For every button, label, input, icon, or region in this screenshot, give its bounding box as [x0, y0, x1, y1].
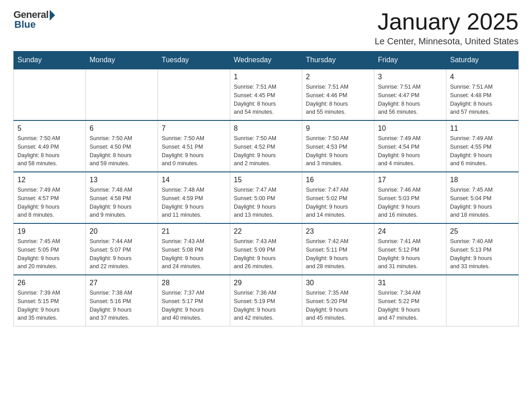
- table-row: 22Sunrise: 7:43 AMSunset: 5:09 PMDayligh…: [230, 223, 302, 275]
- table-row: 29Sunrise: 7:36 AMSunset: 5:19 PMDayligh…: [230, 275, 302, 326]
- day-number: 11: [450, 124, 515, 133]
- day-number: 31: [378, 279, 442, 287]
- table-row: [158, 69, 230, 120]
- day-info: Sunrise: 7:50 AMSunset: 4:50 PMDaylight:…: [90, 134, 154, 168]
- day-number: 14: [162, 176, 226, 184]
- header-tuesday: Tuesday: [158, 51, 230, 69]
- table-row: 11Sunrise: 7:49 AMSunset: 4:55 PMDayligh…: [446, 120, 519, 172]
- day-number: 20: [90, 227, 154, 235]
- logo-blue-text: Blue: [13, 19, 36, 30]
- table-row: [86, 69, 158, 120]
- day-info: Sunrise: 7:49 AMSunset: 4:57 PMDaylight:…: [17, 186, 82, 219]
- header-sunday: Sunday: [14, 51, 86, 69]
- day-info: Sunrise: 7:44 AMSunset: 5:07 PMDaylight:…: [90, 237, 154, 271]
- day-info: Sunrise: 7:45 AMSunset: 5:04 PMDaylight:…: [450, 186, 515, 219]
- day-number: 5: [17, 124, 82, 133]
- day-info: Sunrise: 7:43 AMSunset: 5:08 PMDaylight:…: [162, 237, 226, 271]
- day-number: 29: [234, 279, 298, 287]
- day-info: Sunrise: 7:51 AMSunset: 4:46 PMDaylight:…: [306, 83, 370, 116]
- table-row: 10Sunrise: 7:49 AMSunset: 4:54 PMDayligh…: [374, 120, 446, 172]
- day-number: 25: [450, 227, 515, 235]
- day-number: 28: [162, 279, 226, 287]
- day-info: Sunrise: 7:51 AMSunset: 4:48 PMDaylight:…: [450, 83, 515, 116]
- day-info: Sunrise: 7:50 AMSunset: 4:49 PMDaylight:…: [17, 134, 82, 168]
- table-row: 4Sunrise: 7:51 AMSunset: 4:48 PMDaylight…: [446, 69, 519, 120]
- day-info: Sunrise: 7:45 AMSunset: 5:05 PMDaylight:…: [17, 237, 82, 271]
- day-info: Sunrise: 7:49 AMSunset: 4:54 PMDaylight:…: [378, 134, 442, 168]
- day-number: 12: [17, 176, 82, 184]
- table-row: 9Sunrise: 7:50 AMSunset: 4:53 PMDaylight…: [302, 120, 374, 172]
- calendar-week-row: 26Sunrise: 7:39 AMSunset: 5:15 PMDayligh…: [14, 275, 519, 326]
- day-info: Sunrise: 7:42 AMSunset: 5:11 PMDaylight:…: [306, 237, 370, 271]
- day-number: 4: [450, 73, 515, 81]
- table-row: 27Sunrise: 7:38 AMSunset: 5:16 PMDayligh…: [86, 275, 158, 326]
- day-number: 13: [90, 176, 154, 184]
- day-info: Sunrise: 7:51 AMSunset: 4:45 PMDaylight:…: [234, 83, 298, 116]
- page-header: General Blue January 2025 Le Center, Min…: [13, 9, 519, 47]
- day-info: Sunrise: 7:48 AMSunset: 4:59 PMDaylight:…: [162, 186, 226, 219]
- table-row: 8Sunrise: 7:50 AMSunset: 4:52 PMDaylight…: [230, 120, 302, 172]
- day-number: 1: [234, 73, 298, 81]
- day-number: 19: [17, 227, 82, 235]
- table-row: 1Sunrise: 7:51 AMSunset: 4:45 PMDaylight…: [230, 69, 302, 120]
- logo[interactable]: General Blue: [13, 9, 55, 30]
- table-row: 23Sunrise: 7:42 AMSunset: 5:11 PMDayligh…: [302, 223, 374, 275]
- table-row: 30Sunrise: 7:35 AMSunset: 5:20 PMDayligh…: [302, 275, 374, 326]
- table-row: 5Sunrise: 7:50 AMSunset: 4:49 PMDaylight…: [14, 120, 86, 172]
- day-number: 3: [378, 73, 442, 81]
- day-number: 18: [450, 176, 515, 184]
- day-number: 8: [234, 124, 298, 133]
- day-number: 26: [17, 279, 82, 287]
- day-number: 10: [378, 124, 442, 133]
- day-number: 7: [162, 124, 226, 133]
- day-info: Sunrise: 7:50 AMSunset: 4:53 PMDaylight:…: [306, 134, 370, 168]
- table-row: [14, 69, 86, 120]
- day-number: 23: [306, 227, 370, 235]
- table-row: 13Sunrise: 7:48 AMSunset: 4:58 PMDayligh…: [86, 172, 158, 223]
- day-info: Sunrise: 7:35 AMSunset: 5:20 PMDaylight:…: [306, 289, 370, 322]
- header-thursday: Thursday: [302, 51, 374, 69]
- day-number: 27: [90, 279, 154, 287]
- table-row: 24Sunrise: 7:41 AMSunset: 5:12 PMDayligh…: [374, 223, 446, 275]
- table-row: 2Sunrise: 7:51 AMSunset: 4:46 PMDaylight…: [302, 69, 374, 120]
- table-row: 6Sunrise: 7:50 AMSunset: 4:50 PMDaylight…: [86, 120, 158, 172]
- table-row: 7Sunrise: 7:50 AMSunset: 4:51 PMDaylight…: [158, 120, 230, 172]
- month-title: January 2025: [375, 9, 519, 34]
- day-number: 30: [306, 279, 370, 287]
- day-info: Sunrise: 7:47 AMSunset: 5:02 PMDaylight:…: [306, 186, 370, 219]
- day-info: Sunrise: 7:46 AMSunset: 5:03 PMDaylight:…: [378, 186, 442, 219]
- header-monday: Monday: [86, 51, 158, 69]
- table-row: [446, 275, 519, 326]
- day-number: 15: [234, 176, 298, 184]
- title-section: January 2025 Le Center, Minnesota, Unite…: [375, 9, 519, 47]
- table-row: 17Sunrise: 7:46 AMSunset: 5:03 PMDayligh…: [374, 172, 446, 223]
- day-info: Sunrise: 7:48 AMSunset: 4:58 PMDaylight:…: [90, 186, 154, 219]
- day-info: Sunrise: 7:38 AMSunset: 5:16 PMDaylight:…: [90, 289, 154, 322]
- table-row: 19Sunrise: 7:45 AMSunset: 5:05 PMDayligh…: [14, 223, 86, 275]
- table-row: 18Sunrise: 7:45 AMSunset: 5:04 PMDayligh…: [446, 172, 519, 223]
- table-row: 28Sunrise: 7:37 AMSunset: 5:17 PMDayligh…: [158, 275, 230, 326]
- day-info: Sunrise: 7:34 AMSunset: 5:22 PMDaylight:…: [378, 289, 442, 322]
- table-row: 3Sunrise: 7:51 AMSunset: 4:47 PMDaylight…: [374, 69, 446, 120]
- header-wednesday: Wednesday: [230, 51, 302, 69]
- day-info: Sunrise: 7:50 AMSunset: 4:51 PMDaylight:…: [162, 134, 226, 168]
- day-number: 22: [234, 227, 298, 235]
- calendar-header-row: Sunday Monday Tuesday Wednesday Thursday…: [14, 51, 519, 69]
- table-row: 26Sunrise: 7:39 AMSunset: 5:15 PMDayligh…: [14, 275, 86, 326]
- day-info: Sunrise: 7:41 AMSunset: 5:12 PMDaylight:…: [378, 237, 442, 271]
- header-saturday: Saturday: [446, 51, 519, 69]
- logo-arrow-icon: [50, 10, 55, 21]
- day-number: 9: [306, 124, 370, 133]
- calendar-week-row: 1Sunrise: 7:51 AMSunset: 4:45 PMDaylight…: [14, 69, 519, 120]
- day-info: Sunrise: 7:40 AMSunset: 5:13 PMDaylight:…: [450, 237, 515, 271]
- table-row: 31Sunrise: 7:34 AMSunset: 5:22 PMDayligh…: [374, 275, 446, 326]
- table-row: 20Sunrise: 7:44 AMSunset: 5:07 PMDayligh…: [86, 223, 158, 275]
- day-info: Sunrise: 7:43 AMSunset: 5:09 PMDaylight:…: [234, 237, 298, 271]
- location-title: Le Center, Minnesota, United States: [375, 36, 519, 47]
- day-info: Sunrise: 7:50 AMSunset: 4:52 PMDaylight:…: [234, 134, 298, 168]
- day-info: Sunrise: 7:36 AMSunset: 5:19 PMDaylight:…: [234, 289, 298, 322]
- day-number: 21: [162, 227, 226, 235]
- day-number: 17: [378, 176, 442, 184]
- header-friday: Friday: [374, 51, 446, 69]
- calendar-table: Sunday Monday Tuesday Wednesday Thursday…: [13, 51, 519, 326]
